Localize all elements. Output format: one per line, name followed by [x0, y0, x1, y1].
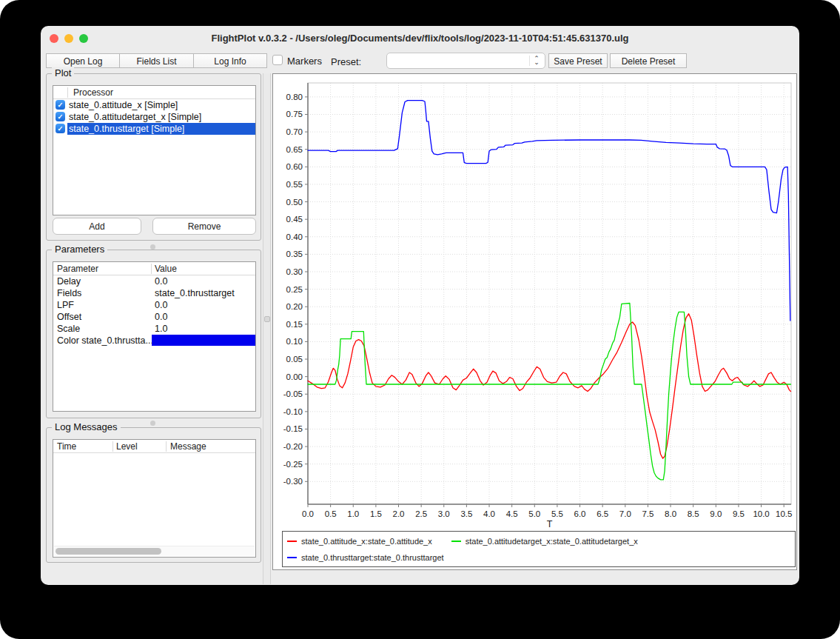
svg-text:10.5: 10.5 [776, 509, 792, 518]
fields-list-button[interactable]: Fields List [119, 53, 194, 68]
svg-text:-0.30: -0.30 [283, 477, 303, 486]
parameters-table[interactable]: Parameter Value Delay 0.0 Fields state_0… [53, 261, 256, 412]
svg-text:7.5: 7.5 [642, 509, 653, 518]
plot-panel-title: Plot [52, 67, 74, 78]
minimize-window-icon[interactable] [64, 34, 73, 43]
svg-text:0.30: 0.30 [286, 267, 303, 276]
blue-line-swatch-icon [287, 557, 297, 558]
plot-list-item[interactable]: ✓ state_0.attitudetarget_x [Simple] [53, 111, 255, 123]
chart-legend: state_0.attitude_x:state_0.attitude_x st… [282, 531, 796, 567]
legend-label: state_0.attitude_x:state_0.attitude_x [301, 537, 432, 546]
parameter-row-color[interactable]: Color state_0.thrustta... [53, 335, 255, 347]
svg-text:8.5: 8.5 [688, 509, 699, 518]
plot-list-item[interactable]: ✓ state_0.attitude_x [Simple] [53, 99, 255, 111]
parameter-row[interactable]: Delay 0.0 [53, 275, 255, 287]
log-messages-panel-title: Log Messages [52, 421, 121, 432]
svg-text:0.35: 0.35 [286, 250, 303, 258]
preset-combobox[interactable]: ⌃⌄ [386, 53, 545, 69]
green-line-swatch-icon [451, 541, 461, 542]
vertical-splitter[interactable] [263, 73, 271, 584]
checked-checkbox-icon[interactable]: ✓ [56, 100, 65, 110]
checked-checkbox-icon[interactable]: ✓ [56, 112, 65, 121]
chart-canvas[interactable]: 0.800.750.700.650.600.550.500.450.400.35… [273, 74, 796, 530]
log-messages-header: Time Level Message [53, 440, 255, 453]
delete-preset-button[interactable]: Delete Preset [610, 53, 687, 68]
svg-text:0.10: 0.10 [286, 337, 303, 346]
parameter-row[interactable]: Offset 0.0 [53, 311, 255, 323]
title-bar[interactable]: FlightPlot v.0.3.2 - /Users/oleg/Documen… [41, 26, 799, 50]
splitter-handle[interactable] [150, 244, 155, 250]
legend-item: state_0.attitudetarget_x:state_0.attitud… [451, 537, 638, 546]
svg-text:0.15: 0.15 [286, 320, 303, 329]
svg-text:0.75: 0.75 [286, 110, 303, 118]
window-title: FlightPlot v.0.3.2 - /Users/oleg/Documen… [100, 26, 740, 50]
svg-text:9.0: 9.0 [710, 509, 722, 518]
svg-text:-0.25: -0.25 [283, 460, 303, 469]
svg-text:0.5: 0.5 [325, 509, 337, 518]
svg-text:0.50: 0.50 [286, 198, 303, 207]
svg-text:0.00: 0.00 [286, 372, 303, 381]
add-button[interactable]: Add [53, 218, 141, 235]
svg-text:3.0: 3.0 [438, 509, 450, 518]
svg-text:8.0: 8.0 [665, 509, 676, 518]
close-window-icon[interactable] [50, 34, 58, 43]
parameters-panel-title: Parameters [52, 244, 107, 255]
svg-text:0.60: 0.60 [286, 162, 303, 171]
svg-text:0.45: 0.45 [286, 215, 303, 224]
legend-item: state_0.attitude_x:state_0.attitude_x [287, 537, 432, 546]
log-messages-table[interactable]: Time Level Message [53, 439, 256, 558]
svg-text:6.0: 6.0 [574, 509, 586, 518]
svg-text:10.0: 10.0 [753, 509, 769, 518]
zoom-window-icon[interactable] [79, 34, 88, 43]
svg-text:0.40: 0.40 [286, 232, 303, 241]
parameter-row[interactable]: LPF 0.0 [53, 299, 255, 311]
splitter-handle[interactable] [264, 316, 270, 322]
flightplot-window: FlightPlot v.0.3.2 - /Users/oleg/Documen… [41, 26, 799, 585]
plot-series-list[interactable]: Processor ✓ state_0.attitude_x [Simple] … [53, 85, 256, 215]
markers-label: Markers [287, 56, 322, 67]
parameters-panel: Parameters Parameter Value Delay 0.0 Fie… [46, 250, 261, 418]
svg-text:0.70: 0.70 [286, 127, 303, 136]
splitter-handle[interactable] [150, 421, 155, 426]
svg-text:-0.05: -0.05 [283, 389, 303, 398]
remove-button[interactable]: Remove [152, 218, 256, 235]
svg-text:-0.10: -0.10 [283, 407, 303, 416]
combo-stepper-icon[interactable]: ⌃⌄ [531, 54, 542, 67]
scrollbar-thumb[interactable] [56, 548, 161, 555]
svg-text:4.5: 4.5 [506, 509, 518, 518]
svg-text:0.65: 0.65 [286, 145, 303, 154]
plot-list-item[interactable]: ✓ state_0.thrusttarget [Simple] [53, 123, 255, 135]
svg-text:T: T [547, 519, 553, 529]
parameter-row[interactable]: Scale 1.0 [53, 323, 255, 335]
svg-text:0.25: 0.25 [286, 285, 303, 294]
parameter-column-header: Parameter [57, 264, 98, 274]
svg-text:5.0: 5.0 [528, 509, 540, 518]
series-color-swatch[interactable] [152, 335, 255, 346]
save-preset-button[interactable]: Save Preset [548, 53, 608, 68]
svg-text:0.05: 0.05 [286, 355, 303, 364]
svg-text:7.0: 7.0 [619, 509, 631, 518]
svg-text:-0.20: -0.20 [283, 442, 303, 451]
log-info-button[interactable]: Log Info [193, 53, 267, 68]
log-messages-panel: Log Messages Time Level Message [46, 427, 261, 563]
checked-checkbox-icon[interactable]: ✓ [56, 124, 65, 133]
svg-text:2.0: 2.0 [393, 509, 405, 518]
svg-text:6.5: 6.5 [597, 509, 608, 518]
markers-checkbox[interactable] [272, 55, 283, 65]
svg-text:0.20: 0.20 [286, 302, 303, 311]
message-column-header: Message [170, 441, 206, 452]
horizontal-scrollbar[interactable] [54, 546, 255, 556]
svg-text:0.0: 0.0 [302, 509, 314, 518]
time-column-header: Time [57, 441, 76, 452]
open-log-button[interactable]: Open Log [46, 53, 120, 68]
preset-label: Preset: [331, 56, 361, 67]
level-column-header: Level [116, 441, 138, 452]
plot-panel: Plot Processor ✓ state_0.attitude_x [Sim… [46, 73, 261, 241]
legend-label: state_0.attitudetarget_x:state_0.attitud… [466, 537, 638, 546]
svg-text:4.0: 4.0 [483, 509, 495, 518]
red-line-swatch-icon [287, 541, 297, 542]
svg-text:9.5: 9.5 [733, 509, 745, 518]
processor-column-header: Processor [73, 87, 113, 98]
parameter-row[interactable]: Fields state_0.thrusttarget [53, 287, 255, 299]
chart-panel: 0.800.750.700.650.600.550.500.450.400.35… [272, 73, 797, 570]
